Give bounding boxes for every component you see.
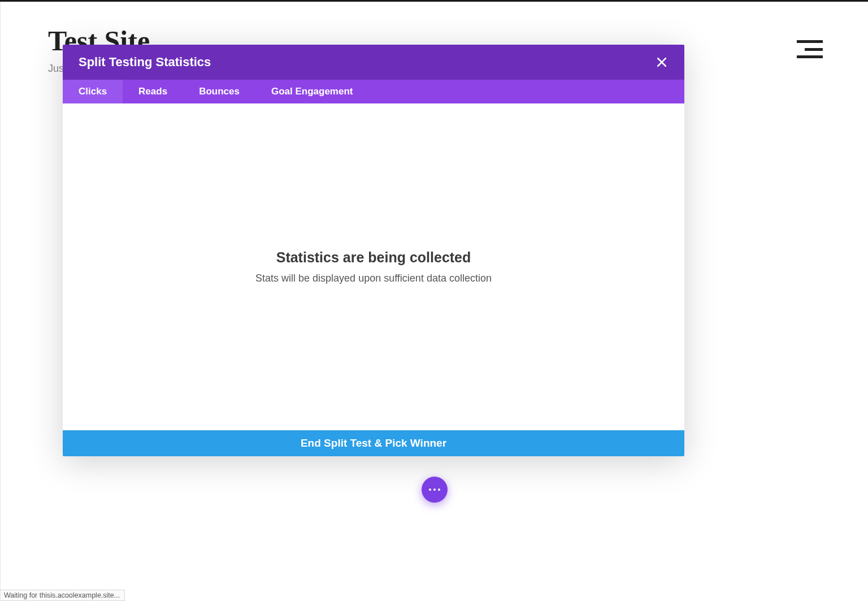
modal-tabs: Clicks Reads Bounces Goal Engagement bbox=[63, 80, 684, 103]
modal-body: Statistics are being collected Stats wil… bbox=[63, 103, 684, 430]
empty-state: Statistics are being collected Stats wil… bbox=[255, 249, 492, 284]
hamburger-icon bbox=[797, 55, 823, 58]
menu-toggle-button[interactable] bbox=[797, 40, 823, 58]
close-icon bbox=[657, 58, 666, 67]
more-icon bbox=[429, 488, 440, 491]
tab-bounces[interactable]: Bounces bbox=[183, 80, 255, 103]
browser-status-bar: Waiting for thisis.acoolexample.site... bbox=[1, 590, 125, 601]
tab-clicks[interactable]: Clicks bbox=[63, 80, 123, 103]
empty-state-heading: Statistics are being collected bbox=[255, 249, 492, 266]
empty-state-subtext: Stats will be displayed upon sufficient … bbox=[255, 273, 492, 284]
end-split-test-button[interactable]: End Split Test & Pick Winner bbox=[63, 430, 684, 456]
split-testing-modal: Split Testing Statistics Clicks Reads Bo… bbox=[63, 45, 684, 456]
page-background: Test Site Jus Split Testing Statistics C… bbox=[0, 2, 868, 601]
modal-title: Split Testing Statistics bbox=[79, 55, 211, 70]
tab-reads[interactable]: Reads bbox=[123, 80, 183, 103]
hamburger-icon bbox=[805, 48, 823, 51]
hamburger-icon bbox=[797, 40, 823, 43]
modal-header: Split Testing Statistics bbox=[63, 45, 684, 80]
close-button[interactable] bbox=[655, 55, 669, 69]
tab-goal-engagement[interactable]: Goal Engagement bbox=[255, 80, 369, 103]
fab-more-button[interactable] bbox=[422, 477, 448, 503]
